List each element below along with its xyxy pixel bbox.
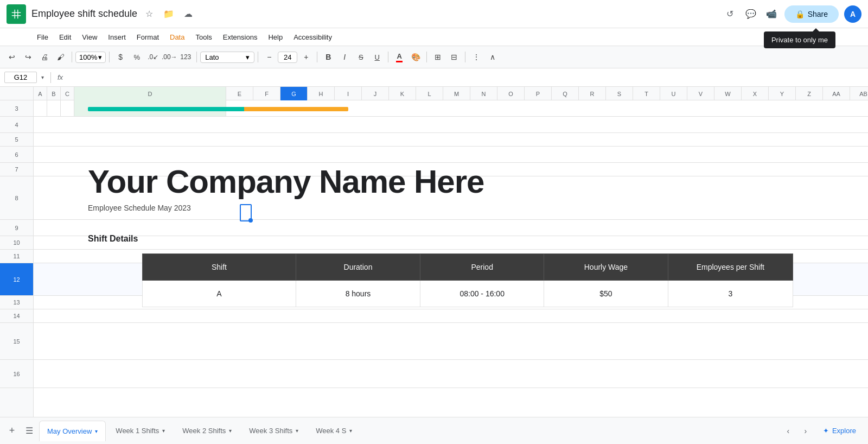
star-icon[interactable]: ☆ xyxy=(142,7,157,22)
menu-data[interactable]: Data xyxy=(165,32,189,42)
cell-employees-a[interactable]: 3 xyxy=(668,281,793,307)
sheet-menu-button[interactable]: ☰ xyxy=(22,423,37,439)
currency-button[interactable]: $ xyxy=(113,49,128,65)
col-g[interactable]: G xyxy=(280,87,308,100)
number-format-button[interactable]: 123 xyxy=(178,49,193,65)
row-8[interactable]: 8 xyxy=(0,176,33,220)
row-5[interactable]: 5 xyxy=(0,133,33,147)
col-w[interactable]: W xyxy=(714,87,742,100)
print-button[interactable]: 🖨 xyxy=(37,49,52,65)
col-h[interactable]: H xyxy=(308,87,335,100)
menu-accessibility[interactable]: Accessibility xyxy=(289,32,336,42)
font-selector[interactable]: Lato ▾ xyxy=(200,52,254,63)
paint-format-button[interactable]: 🖌 xyxy=(53,49,68,65)
col-e[interactable]: E xyxy=(226,87,253,100)
borders-button[interactable]: ⊞ xyxy=(430,49,445,65)
cloud-icon[interactable]: ☁ xyxy=(181,7,196,22)
row-16[interactable]: 16 xyxy=(0,360,33,388)
zoom-selector[interactable]: 100% ▾ xyxy=(75,52,106,63)
redo-button[interactable]: ↪ xyxy=(21,49,36,65)
share-button[interactable]: 🔒 Share xyxy=(784,5,839,23)
chevron-down-cell[interactable]: ▾ xyxy=(41,74,44,80)
tab-week2[interactable]: Week 2 Shifts ▾ xyxy=(175,421,239,441)
col-y[interactable]: Y xyxy=(769,87,796,100)
row-10[interactable]: 10 xyxy=(0,236,33,250)
col-ab[interactable]: AB xyxy=(850,87,868,100)
col-x[interactable]: X xyxy=(742,87,769,100)
menu-format[interactable]: Format xyxy=(132,32,163,42)
tab-week4[interactable]: Week 4 S ▾ xyxy=(308,421,360,441)
row-4[interactable]: 4 xyxy=(0,117,33,133)
comment-icon[interactable]: 💬 xyxy=(743,7,758,22)
menu-help[interactable]: Help xyxy=(264,32,287,42)
more-options-button[interactable]: ⋮ xyxy=(469,49,484,65)
bold-button[interactable]: B xyxy=(321,49,336,65)
undo-button[interactable]: ↩ xyxy=(4,49,20,65)
col-z[interactable]: Z xyxy=(796,87,823,100)
company-name[interactable]: Your Company Name Here xyxy=(88,163,868,200)
col-p[interactable]: P xyxy=(525,87,552,100)
col-b[interactable]: B xyxy=(47,87,61,100)
row-11[interactable]: 11 xyxy=(0,250,33,263)
dec-increase-button[interactable]: .00→ xyxy=(162,49,177,65)
cell-reference[interactable]: G12 xyxy=(4,72,37,83)
col-i[interactable]: I xyxy=(335,87,362,100)
col-f[interactable]: F xyxy=(253,87,280,100)
avatar[interactable]: A xyxy=(844,5,861,23)
col-t[interactable]: T xyxy=(633,87,660,100)
col-c[interactable]: C xyxy=(61,87,74,100)
nav-next-button[interactable]: › xyxy=(798,423,813,439)
col-q[interactable]: Q xyxy=(552,87,579,100)
percent-button[interactable]: % xyxy=(129,49,144,65)
col-j[interactable]: J xyxy=(362,87,389,100)
tab-may-overview[interactable]: May Overview ▾ xyxy=(39,421,106,441)
row-15[interactable]: 15 xyxy=(0,323,33,360)
col-l[interactable]: L xyxy=(416,87,443,100)
strikethrough-button[interactable]: S xyxy=(353,49,368,65)
cell-wage-a[interactable]: $50 xyxy=(544,281,668,307)
col-m[interactable]: M xyxy=(443,87,470,100)
row-9[interactable]: 9 xyxy=(0,220,33,236)
col-n[interactable]: N xyxy=(470,87,497,100)
folder-icon[interactable]: 📁 xyxy=(161,7,176,22)
row-13[interactable]: 13 xyxy=(0,296,33,309)
dec-decrease-button[interactable]: .0↙ xyxy=(145,49,161,65)
menu-file[interactable]: File xyxy=(33,32,53,42)
row-14[interactable]: 14 xyxy=(0,309,33,323)
explore-button[interactable]: ✦ Explore xyxy=(815,423,864,438)
italic-button[interactable]: I xyxy=(337,49,352,65)
tab-week1[interactable]: Week 1 Shifts ▾ xyxy=(108,421,173,441)
row-3[interactable]: 3 xyxy=(0,100,33,117)
col-aa[interactable]: AA xyxy=(823,87,850,100)
menu-edit[interactable]: Edit xyxy=(55,32,75,42)
merge-cells-button[interactable]: ⊟ xyxy=(446,49,462,65)
col-s[interactable]: S xyxy=(606,87,633,100)
text-color-button[interactable]: A xyxy=(392,49,407,65)
cell-duration-a[interactable]: 8 hours xyxy=(296,281,420,307)
menu-extensions[interactable]: Extensions xyxy=(219,32,262,42)
formula-input[interactable] xyxy=(67,73,864,81)
tab-week3[interactable]: Week 3 Shifts ▾ xyxy=(241,421,306,441)
col-k[interactable]: K xyxy=(389,87,416,100)
nav-prev-button[interactable]: ‹ xyxy=(781,423,796,439)
font-size-decrease[interactable]: − xyxy=(261,49,277,65)
col-a[interactable]: A xyxy=(34,87,47,100)
cell-shift-a[interactable]: A xyxy=(143,281,296,307)
col-u[interactable]: U xyxy=(660,87,687,100)
col-r[interactable]: R xyxy=(579,87,606,100)
col-v[interactable]: V xyxy=(687,87,714,100)
cell-period-a[interactable]: 08:00 - 16:00 xyxy=(420,281,544,307)
add-sheet-button[interactable]: + xyxy=(4,423,20,439)
menu-view[interactable]: View xyxy=(78,32,101,42)
menu-tools[interactable]: Tools xyxy=(191,32,216,42)
row-12[interactable]: 12 xyxy=(0,263,33,296)
row-6[interactable]: 6 xyxy=(0,147,33,163)
row-7[interactable]: 7 xyxy=(0,163,33,176)
meet-icon[interactable]: 📹 xyxy=(764,7,779,22)
collapse-button[interactable]: ∧ xyxy=(485,49,500,65)
fill-color-button[interactable]: 🎨 xyxy=(408,49,423,65)
underline-button[interactable]: U xyxy=(369,49,385,65)
font-size-box[interactable]: 24 xyxy=(278,52,297,63)
col-d[interactable]: D xyxy=(74,87,226,100)
menu-insert[interactable]: Insert xyxy=(104,32,130,42)
